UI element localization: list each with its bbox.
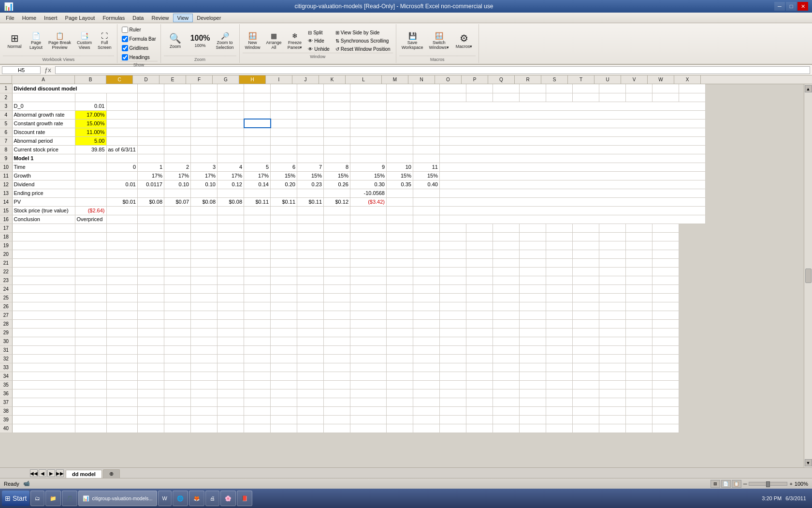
zoom-out-icon[interactable]: ─ bbox=[743, 481, 747, 487]
sync-scrolling-button[interactable]: ⇅ Synchronous Scrolling bbox=[333, 37, 393, 45]
cell-l10[interactable]: 9 bbox=[350, 163, 387, 171]
cell-e15[interactable] bbox=[164, 206, 191, 215]
cell-i1[interactable] bbox=[271, 84, 297, 93]
name-box[interactable]: H5 bbox=[2, 66, 41, 74]
row-number-6[interactable]: 6 bbox=[0, 128, 12, 136]
vertical-scrollbar[interactable]: ▲ ▼ bbox=[804, 84, 812, 467]
cell-i16[interactable] bbox=[271, 215, 297, 224]
menu-page-layout[interactable]: Page Layout bbox=[61, 14, 99, 22]
menu-view[interactable]: View bbox=[173, 14, 193, 22]
row-number-3[interactable]: 3 bbox=[0, 102, 12, 110]
cell-h7[interactable] bbox=[244, 136, 271, 145]
cell-a16[interactable]: Conclusion bbox=[12, 215, 75, 224]
cell-f3[interactable] bbox=[191, 102, 218, 110]
cell-d9[interactable] bbox=[138, 154, 164, 163]
menu-file[interactable]: File bbox=[2, 14, 18, 22]
cell-j10[interactable]: 7 bbox=[297, 163, 324, 171]
cell-e4[interactable] bbox=[164, 110, 191, 119]
cell-i4[interactable] bbox=[271, 110, 297, 119]
cell-m2[interactable] bbox=[387, 93, 413, 102]
page-break-status-btn[interactable]: 📋 bbox=[732, 480, 741, 488]
cell-i14[interactable]: $0.11 bbox=[271, 197, 297, 206]
cell-m11[interactable]: 15% bbox=[387, 171, 413, 180]
cell-m5[interactable] bbox=[387, 119, 413, 128]
cell-l9[interactable] bbox=[350, 154, 387, 163]
row-number-12[interactable]: 12 bbox=[0, 180, 12, 189]
ruler-checkbox[interactable]: Ruler bbox=[120, 26, 143, 33]
cell-m6[interactable] bbox=[387, 128, 413, 136]
cell-b10[interactable] bbox=[75, 163, 106, 171]
cell-e1[interactable] bbox=[164, 84, 191, 93]
taskbar-folder[interactable]: 📁 bbox=[45, 491, 61, 506]
cell-m14[interactable] bbox=[387, 197, 413, 206]
cell-g9[interactable] bbox=[218, 154, 244, 163]
cell-b5[interactable]: 15.00% bbox=[75, 119, 106, 128]
menu-developer[interactable]: Developer bbox=[193, 14, 225, 22]
cell-j8[interactable] bbox=[297, 145, 324, 154]
cell-d2[interactable] bbox=[138, 93, 164, 102]
cell-k7[interactable] bbox=[324, 136, 350, 145]
cell-q2[interactable] bbox=[493, 93, 520, 102]
cell-c7[interactable] bbox=[106, 136, 138, 145]
cell-n7[interactable] bbox=[413, 136, 440, 145]
switch-windows-button[interactable]: 🪟 SwitchWindows▾ bbox=[427, 31, 452, 51]
normal-view-status-btn[interactable]: ⊞ bbox=[710, 480, 720, 488]
cell-h1[interactable] bbox=[244, 84, 271, 93]
cell-k12[interactable]: 0.26 bbox=[324, 180, 350, 189]
view-side-by-side-button[interactable]: ⊞ View Side by Side bbox=[333, 29, 393, 36]
row-number-13[interactable]: 13 bbox=[0, 189, 12, 197]
menu-home[interactable]: Home bbox=[18, 14, 40, 22]
col-header-b[interactable]: B bbox=[75, 75, 106, 84]
start-button[interactable]: ⊞ Start bbox=[2, 491, 29, 506]
cell-r1[interactable] bbox=[520, 84, 546, 93]
cell-b7[interactable]: 5.00 bbox=[75, 136, 106, 145]
cell-p2[interactable] bbox=[466, 93, 493, 102]
split-button[interactable]: ⊟ Split bbox=[305, 29, 332, 36]
cell-g2[interactable] bbox=[218, 93, 244, 102]
cell-j12[interactable]: 0.23 bbox=[297, 180, 324, 189]
col-header-j[interactable]: J bbox=[292, 75, 319, 84]
cell-n13[interactable] bbox=[413, 189, 440, 197]
col-header-c[interactable]: C bbox=[106, 75, 133, 84]
cell-d10[interactable]: 1 bbox=[138, 163, 164, 171]
scroll-up-button[interactable]: ▲ bbox=[805, 85, 812, 92]
select-all-corner[interactable] bbox=[0, 75, 12, 84]
cell-a14[interactable]: PV bbox=[12, 197, 75, 206]
tab-nav-last[interactable]: ▶▶ bbox=[56, 469, 64, 477]
cell-l13[interactable]: -10.0568 bbox=[350, 189, 387, 197]
cell-h8[interactable] bbox=[244, 145, 271, 154]
cell-k11[interactable]: 15% bbox=[324, 171, 350, 180]
cell-h11[interactable]: 17% bbox=[244, 171, 271, 180]
cell-k9[interactable] bbox=[324, 154, 350, 163]
cell-d3[interactable] bbox=[138, 102, 164, 110]
cell-f1[interactable] bbox=[191, 84, 218, 93]
cell-a11[interactable]: Growth bbox=[12, 171, 75, 180]
cell-f7[interactable] bbox=[191, 136, 218, 145]
cell-i2[interactable] bbox=[271, 93, 297, 102]
cell-e9[interactable] bbox=[164, 154, 191, 163]
cell-l5[interactable] bbox=[350, 119, 387, 128]
cell-k4[interactable] bbox=[324, 110, 350, 119]
cell-i10[interactable]: 6 bbox=[271, 163, 297, 171]
cell-k16[interactable] bbox=[324, 215, 350, 224]
menu-data[interactable]: Data bbox=[129, 14, 147, 22]
normal-view-button[interactable]: ⊞ Normal bbox=[3, 32, 26, 50]
cell-c16[interactable] bbox=[106, 215, 138, 224]
cell-i11[interactable]: 15% bbox=[271, 171, 297, 180]
scroll-thumb[interactable] bbox=[805, 269, 812, 283]
cell-a1[interactable]: Dividend discount model bbox=[12, 84, 138, 93]
cell-b12[interactable] bbox=[75, 180, 106, 189]
cell-k13[interactable] bbox=[324, 189, 350, 197]
cell-g15[interactable] bbox=[218, 206, 244, 215]
cell-t1[interactable] bbox=[573, 84, 599, 93]
cell-s1[interactable] bbox=[546, 84, 573, 93]
cell-d4[interactable] bbox=[138, 110, 164, 119]
cell-a9[interactable]: Model 1 bbox=[12, 154, 75, 163]
cell-f5[interactable] bbox=[191, 119, 218, 128]
cell-i9[interactable] bbox=[271, 154, 297, 163]
cell-e12[interactable]: 0.10 bbox=[164, 180, 191, 189]
row-number-10[interactable]: 10 bbox=[0, 163, 12, 171]
zoom-slider[interactable] bbox=[749, 482, 787, 486]
cell-h16[interactable] bbox=[244, 215, 271, 224]
cell-o1[interactable] bbox=[440, 84, 466, 93]
